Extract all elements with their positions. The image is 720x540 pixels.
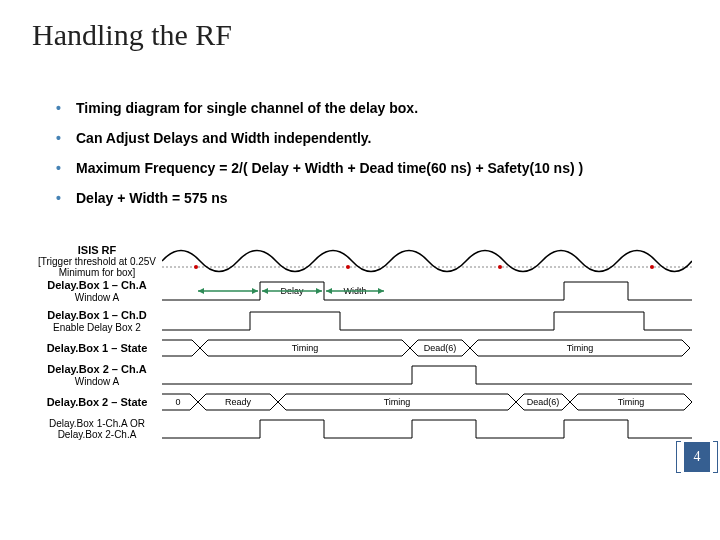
svg-text:Timing: Timing xyxy=(618,397,645,407)
svg-marker-13 xyxy=(378,288,384,294)
bullet-item: Maximum Frequency = 2/( Delay + Width + … xyxy=(56,160,688,176)
svg-text:Timing: Timing xyxy=(292,343,319,353)
bus-wave: Timing Dead(6) Timing xyxy=(162,336,692,360)
bullet-list: Timing diagram for single channel of the… xyxy=(56,100,688,220)
pulse-wave xyxy=(162,306,692,336)
svg-point-1 xyxy=(194,265,198,269)
track-label-db1-cha: Delay.Box 1 – Ch.AWindow A xyxy=(32,279,162,302)
track-label-or: Delay.Box 1-Ch.A ORDelay.Box 2-Ch.A xyxy=(32,418,162,440)
svg-point-4 xyxy=(650,265,654,269)
slide-title: Handling the RF xyxy=(32,18,232,52)
svg-point-3 xyxy=(498,265,502,269)
svg-text:Ready: Ready xyxy=(225,397,252,407)
svg-marker-12 xyxy=(326,288,332,294)
track-label-db2-cha: Delay.Box 2 – Ch.AWindow A xyxy=(32,363,162,386)
pulse-wave: Delay Width xyxy=(162,276,692,306)
bullet-item: Timing diagram for single channel of the… xyxy=(56,100,688,116)
timing-diagram: ISIS RF [Trigger threshold at 0.25V Mini… xyxy=(32,246,692,494)
pulse-wave xyxy=(162,414,692,444)
track-label-db1-chd: Delay.Box 1 – Ch.DEnable Delay Box 2 xyxy=(32,309,162,332)
svg-marker-9 xyxy=(262,288,268,294)
bullet-item: Delay + Width = 575 ns xyxy=(56,190,688,206)
svg-text:Timing: Timing xyxy=(567,343,594,353)
bus-wave: 0 Ready Timing Dead(6) Timing xyxy=(162,390,692,414)
svg-marker-10 xyxy=(316,288,322,294)
bullet-item: Can Adjust Delays and Width independentl… xyxy=(56,130,688,146)
track-label-db1-state: Delay.Box 1 – State xyxy=(32,342,162,354)
track-label-db2-state: Delay.Box 2 – State xyxy=(32,396,162,408)
svg-marker-6 xyxy=(198,288,204,294)
svg-marker-7 xyxy=(252,288,258,294)
svg-text:Dead(6): Dead(6) xyxy=(424,343,457,353)
pulse-wave xyxy=(162,360,692,390)
track-label-isis-rf: ISIS RF [Trigger threshold at 0.25V Mini… xyxy=(32,244,162,278)
svg-text:0: 0 xyxy=(175,397,180,407)
sine-wave-icon xyxy=(162,246,692,276)
svg-point-2 xyxy=(346,265,350,269)
svg-text:Dead(6): Dead(6) xyxy=(527,397,560,407)
svg-text:Timing: Timing xyxy=(384,397,411,407)
page-number-badge: 4 xyxy=(684,442,710,472)
